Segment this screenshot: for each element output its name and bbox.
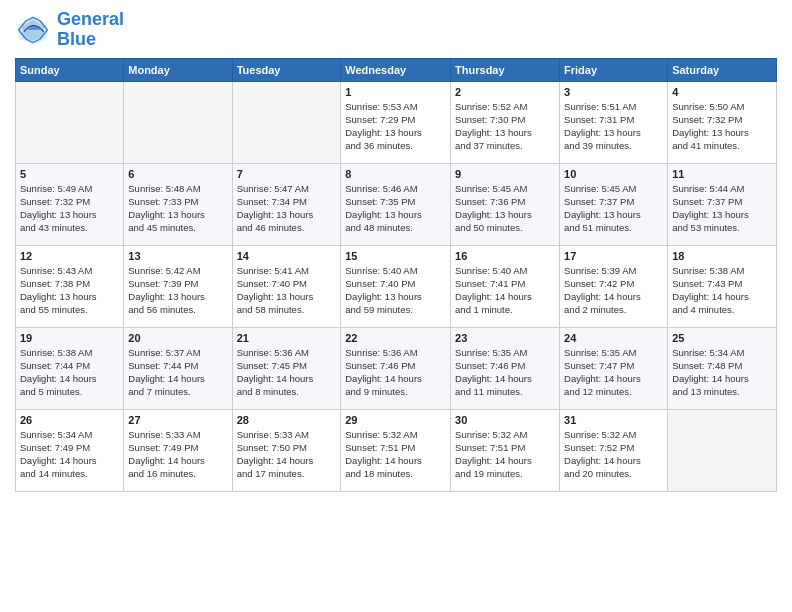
- day-info: Sunrise: 5:35 AM Sunset: 7:47 PM Dayligh…: [564, 346, 663, 399]
- day-number: 31: [564, 414, 663, 426]
- day-number: 28: [237, 414, 337, 426]
- day-cell: 24Sunrise: 5:35 AM Sunset: 7:47 PM Dayli…: [560, 327, 668, 409]
- day-cell: 26Sunrise: 5:34 AM Sunset: 7:49 PM Dayli…: [16, 409, 124, 491]
- day-number: 18: [672, 250, 772, 262]
- day-info: Sunrise: 5:46 AM Sunset: 7:35 PM Dayligh…: [345, 182, 446, 235]
- day-info: Sunrise: 5:33 AM Sunset: 7:49 PM Dayligh…: [128, 428, 227, 481]
- day-info: Sunrise: 5:34 AM Sunset: 7:49 PM Dayligh…: [20, 428, 119, 481]
- day-number: 3: [564, 86, 663, 98]
- day-cell: 16Sunrise: 5:40 AM Sunset: 7:41 PM Dayli…: [451, 245, 560, 327]
- day-info: Sunrise: 5:36 AM Sunset: 7:46 PM Dayligh…: [345, 346, 446, 399]
- day-info: Sunrise: 5:36 AM Sunset: 7:45 PM Dayligh…: [237, 346, 337, 399]
- day-number: 4: [672, 86, 772, 98]
- day-number: 22: [345, 332, 446, 344]
- day-number: 16: [455, 250, 555, 262]
- day-number: 12: [20, 250, 119, 262]
- day-cell: 25Sunrise: 5:34 AM Sunset: 7:48 PM Dayli…: [668, 327, 777, 409]
- day-info: Sunrise: 5:40 AM Sunset: 7:41 PM Dayligh…: [455, 264, 555, 317]
- day-number: 1: [345, 86, 446, 98]
- day-number: 25: [672, 332, 772, 344]
- day-info: Sunrise: 5:35 AM Sunset: 7:46 PM Dayligh…: [455, 346, 555, 399]
- day-number: 29: [345, 414, 446, 426]
- day-info: Sunrise: 5:32 AM Sunset: 7:52 PM Dayligh…: [564, 428, 663, 481]
- day-cell: 10Sunrise: 5:45 AM Sunset: 7:37 PM Dayli…: [560, 163, 668, 245]
- week-row-3: 12Sunrise: 5:43 AM Sunset: 7:38 PM Dayli…: [16, 245, 777, 327]
- day-cell: [232, 81, 341, 163]
- day-info: Sunrise: 5:53 AM Sunset: 7:29 PM Dayligh…: [345, 100, 446, 153]
- col-header-sunday: Sunday: [16, 58, 124, 81]
- day-number: 13: [128, 250, 227, 262]
- day-cell: 3Sunrise: 5:51 AM Sunset: 7:31 PM Daylig…: [560, 81, 668, 163]
- logo-icon: [15, 12, 51, 48]
- col-header-monday: Monday: [124, 58, 232, 81]
- day-number: 11: [672, 168, 772, 180]
- day-info: Sunrise: 5:49 AM Sunset: 7:32 PM Dayligh…: [20, 182, 119, 235]
- day-cell: 23Sunrise: 5:35 AM Sunset: 7:46 PM Dayli…: [451, 327, 560, 409]
- day-cell: 19Sunrise: 5:38 AM Sunset: 7:44 PM Dayli…: [16, 327, 124, 409]
- col-header-friday: Friday: [560, 58, 668, 81]
- col-header-wednesday: Wednesday: [341, 58, 451, 81]
- day-info: Sunrise: 5:44 AM Sunset: 7:37 PM Dayligh…: [672, 182, 772, 235]
- day-info: Sunrise: 5:41 AM Sunset: 7:40 PM Dayligh…: [237, 264, 337, 317]
- page: General Blue SundayMondayTuesdayWednesda…: [0, 0, 792, 612]
- day-number: 6: [128, 168, 227, 180]
- day-number: 14: [237, 250, 337, 262]
- day-number: 24: [564, 332, 663, 344]
- day-cell: 4Sunrise: 5:50 AM Sunset: 7:32 PM Daylig…: [668, 81, 777, 163]
- day-cell: 28Sunrise: 5:33 AM Sunset: 7:50 PM Dayli…: [232, 409, 341, 491]
- day-number: 17: [564, 250, 663, 262]
- day-cell: 29Sunrise: 5:32 AM Sunset: 7:51 PM Dayli…: [341, 409, 451, 491]
- day-info: Sunrise: 5:47 AM Sunset: 7:34 PM Dayligh…: [237, 182, 337, 235]
- day-cell: 22Sunrise: 5:36 AM Sunset: 7:46 PM Dayli…: [341, 327, 451, 409]
- day-number: 30: [455, 414, 555, 426]
- day-info: Sunrise: 5:42 AM Sunset: 7:39 PM Dayligh…: [128, 264, 227, 317]
- day-info: Sunrise: 5:32 AM Sunset: 7:51 PM Dayligh…: [455, 428, 555, 481]
- day-number: 20: [128, 332, 227, 344]
- day-cell: 8Sunrise: 5:46 AM Sunset: 7:35 PM Daylig…: [341, 163, 451, 245]
- day-number: 19: [20, 332, 119, 344]
- day-number: 26: [20, 414, 119, 426]
- day-cell: 7Sunrise: 5:47 AM Sunset: 7:34 PM Daylig…: [232, 163, 341, 245]
- day-info: Sunrise: 5:40 AM Sunset: 7:40 PM Dayligh…: [345, 264, 446, 317]
- col-header-saturday: Saturday: [668, 58, 777, 81]
- day-cell: 11Sunrise: 5:44 AM Sunset: 7:37 PM Dayli…: [668, 163, 777, 245]
- week-row-2: 5Sunrise: 5:49 AM Sunset: 7:32 PM Daylig…: [16, 163, 777, 245]
- day-number: 21: [237, 332, 337, 344]
- day-number: 9: [455, 168, 555, 180]
- day-number: 2: [455, 86, 555, 98]
- day-info: Sunrise: 5:50 AM Sunset: 7:32 PM Dayligh…: [672, 100, 772, 153]
- logo-text: General Blue: [57, 10, 124, 50]
- day-cell: 5Sunrise: 5:49 AM Sunset: 7:32 PM Daylig…: [16, 163, 124, 245]
- week-row-5: 26Sunrise: 5:34 AM Sunset: 7:49 PM Dayli…: [16, 409, 777, 491]
- day-cell: 13Sunrise: 5:42 AM Sunset: 7:39 PM Dayli…: [124, 245, 232, 327]
- day-info: Sunrise: 5:45 AM Sunset: 7:37 PM Dayligh…: [564, 182, 663, 235]
- week-row-1: 1Sunrise: 5:53 AM Sunset: 7:29 PM Daylig…: [16, 81, 777, 163]
- day-cell: 27Sunrise: 5:33 AM Sunset: 7:49 PM Dayli…: [124, 409, 232, 491]
- day-number: 27: [128, 414, 227, 426]
- day-cell: 14Sunrise: 5:41 AM Sunset: 7:40 PM Dayli…: [232, 245, 341, 327]
- week-row-4: 19Sunrise: 5:38 AM Sunset: 7:44 PM Dayli…: [16, 327, 777, 409]
- day-cell: [668, 409, 777, 491]
- day-info: Sunrise: 5:38 AM Sunset: 7:44 PM Dayligh…: [20, 346, 119, 399]
- day-cell: 1Sunrise: 5:53 AM Sunset: 7:29 PM Daylig…: [341, 81, 451, 163]
- day-info: Sunrise: 5:51 AM Sunset: 7:31 PM Dayligh…: [564, 100, 663, 153]
- day-info: Sunrise: 5:37 AM Sunset: 7:44 PM Dayligh…: [128, 346, 227, 399]
- day-info: Sunrise: 5:43 AM Sunset: 7:38 PM Dayligh…: [20, 264, 119, 317]
- day-number: 8: [345, 168, 446, 180]
- logo: General Blue: [15, 10, 124, 50]
- day-info: Sunrise: 5:32 AM Sunset: 7:51 PM Dayligh…: [345, 428, 446, 481]
- day-info: Sunrise: 5:33 AM Sunset: 7:50 PM Dayligh…: [237, 428, 337, 481]
- col-header-tuesday: Tuesday: [232, 58, 341, 81]
- day-info: Sunrise: 5:52 AM Sunset: 7:30 PM Dayligh…: [455, 100, 555, 153]
- day-cell: [16, 81, 124, 163]
- day-cell: 21Sunrise: 5:36 AM Sunset: 7:45 PM Dayli…: [232, 327, 341, 409]
- day-cell: 30Sunrise: 5:32 AM Sunset: 7:51 PM Dayli…: [451, 409, 560, 491]
- day-info: Sunrise: 5:45 AM Sunset: 7:36 PM Dayligh…: [455, 182, 555, 235]
- day-number: 10: [564, 168, 663, 180]
- day-cell: 12Sunrise: 5:43 AM Sunset: 7:38 PM Dayli…: [16, 245, 124, 327]
- day-cell: 6Sunrise: 5:48 AM Sunset: 7:33 PM Daylig…: [124, 163, 232, 245]
- day-cell: 9Sunrise: 5:45 AM Sunset: 7:36 PM Daylig…: [451, 163, 560, 245]
- header: General Blue: [15, 10, 777, 50]
- day-info: Sunrise: 5:39 AM Sunset: 7:42 PM Dayligh…: [564, 264, 663, 317]
- day-cell: 20Sunrise: 5:37 AM Sunset: 7:44 PM Dayli…: [124, 327, 232, 409]
